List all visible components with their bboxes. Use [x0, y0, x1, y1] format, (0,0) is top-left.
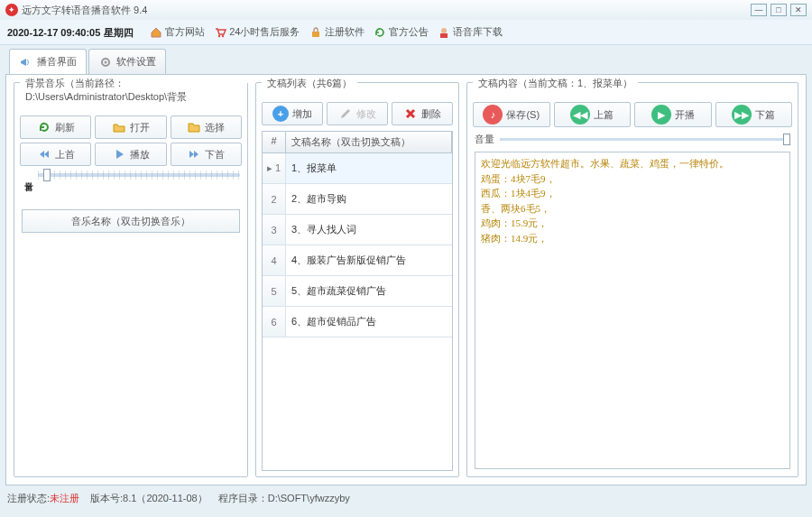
- refresh-icon: [37, 120, 51, 134]
- panel-bgm-title: 背景音乐（当前路径：D:\Users\Administrator\Desktop…: [20, 75, 247, 106]
- svg-point-0: [218, 34, 220, 36]
- row-number: 2: [263, 184, 286, 214]
- version-label: 版本号:8.1（2020-11-08）: [90, 492, 208, 505]
- folder-open-icon: [112, 120, 126, 134]
- datetime-label: 2020-12-17 09:40:05 星期四: [7, 24, 134, 40]
- refresh-button[interactable]: 刷新: [20, 115, 91, 139]
- row-docname: 2、超市导购: [286, 192, 452, 206]
- content-volume-slider[interactable]: [500, 138, 790, 141]
- bgm-volume-row: 音量: [14, 168, 247, 182]
- row-docname: 4、服装广告新版促销广告: [286, 254, 452, 267]
- col-number[interactable]: #: [263, 132, 286, 152]
- table-row[interactable]: ▸ 11、报菜单: [263, 153, 452, 184]
- prev-track-button[interactable]: 上首: [20, 143, 91, 166]
- link-official-site[interactable]: 官方网站: [150, 25, 205, 39]
- play-button[interactable]: 播放: [95, 143, 166, 166]
- row-docname: 5、超市蔬菜促销广告: [286, 284, 452, 298]
- pencil-icon: [338, 106, 353, 121]
- play-icon: ▶: [651, 105, 671, 125]
- panel-background-music: 背景音乐（当前路径：D:\Users\Administrator\Desktop…: [14, 82, 248, 477]
- doc-grid: # 文稿名称（双击切换文稿） ▸ 11、报菜单22、超市导购33、寻人找人词44…: [262, 131, 453, 471]
- row-number: ▸ 1: [263, 153, 286, 183]
- svg-point-3: [441, 28, 447, 33]
- row-docname: 3、寻人找人词: [286, 223, 452, 236]
- next-track-button[interactable]: 下首: [171, 143, 242, 166]
- content-volume-label: 音量: [475, 133, 494, 146]
- delete-icon: [403, 106, 418, 121]
- save-button[interactable]: ♪保存(S): [473, 102, 550, 127]
- svg-rect-4: [440, 33, 448, 38]
- select-button[interactable]: 选择: [171, 115, 242, 139]
- avatar-icon: [438, 26, 450, 39]
- program-path-label: 程序目录：D:\SOFT\yfwzzyby: [218, 492, 350, 505]
- start-broadcast-button[interactable]: ▶开播: [634, 102, 712, 127]
- edit-button[interactable]: 修改: [327, 102, 388, 125]
- window-title: 远方文字转语音播音软件 9.4: [22, 4, 747, 17]
- home-icon: [150, 26, 162, 39]
- tab-settings-label: 软件设置: [116, 55, 156, 69]
- row-docname: 6、超市促销品广告: [286, 315, 452, 328]
- row-number: 5: [263, 276, 286, 306]
- close-button[interactable]: ✕: [790, 4, 807, 16]
- svg-rect-2: [312, 32, 319, 37]
- doc-grid-header: # 文稿名称（双击切换文稿）: [263, 132, 452, 153]
- add-button[interactable]: +增加: [262, 102, 323, 125]
- doc-content-text[interactable]: 欢迎光临远方软件超市。水果、蔬菜、鸡蛋，一律特价。 鸡蛋：4块7毛9， 西瓜：1…: [475, 152, 790, 469]
- next-doc-button[interactable]: ▶▶下篇: [715, 102, 793, 127]
- table-row[interactable]: 44、服装广告新版促销广告: [263, 245, 452, 276]
- megaphone-icon: [19, 55, 33, 69]
- row-number: 6: [263, 307, 286, 337]
- forward-icon: ▶▶: [732, 105, 752, 125]
- table-row[interactable]: 22、超市导购: [263, 184, 452, 215]
- tab-broadcast-label: 播音界面: [37, 55, 77, 69]
- delete-button[interactable]: 删除: [392, 102, 453, 125]
- plus-icon: +: [272, 106, 289, 122]
- workarea: 背景音乐（当前路径：D:\Users\Administrator\Desktop…: [5, 74, 807, 485]
- music-note-icon: ♪: [483, 105, 503, 125]
- rewind-icon: ◀◀: [570, 105, 590, 125]
- row-number: 4: [263, 245, 286, 275]
- register-status: 注册状态:未注册: [7, 492, 79, 505]
- lock-icon: [309, 26, 322, 39]
- link-register[interactable]: 注册软件: [309, 25, 364, 39]
- panel-doclist-title: 文稿列表（共6篇）: [262, 75, 357, 92]
- gear-icon: [98, 55, 113, 69]
- minimize-button[interactable]: —: [751, 4, 767, 16]
- maximize-button[interactable]: □: [770, 4, 787, 16]
- prev-doc-button[interactable]: ◀◀上篇: [554, 102, 632, 127]
- music-name-box[interactable]: 音乐名称（双击切换音乐）: [22, 209, 240, 233]
- table-row[interactable]: 66、超市促销品广告: [263, 307, 452, 337]
- panel-content-title: 文稿内容（当前文稿：1、报菜单）: [473, 75, 638, 92]
- row-docname: 1、报菜单: [286, 162, 452, 175]
- tab-broadcast[interactable]: 播音界面: [9, 49, 87, 74]
- statusbar: 注册状态:未注册 版本号:8.1（2020-11-08） 程序目录：D:\SOF…: [0, 489, 812, 507]
- folder-icon: [187, 120, 201, 134]
- refresh-icon: [374, 26, 386, 39]
- titlebar: ✦ 远方文字转语音播音软件 9.4 — □ ✕: [0, 0, 812, 20]
- row-number: 3: [263, 215, 286, 245]
- topbar: 2020-12-17 09:40:05 星期四 官方网站 24小时售后服务 注册…: [0, 20, 812, 45]
- svg-point-6: [105, 60, 107, 63]
- col-docname[interactable]: 文稿名称（双击切换文稿）: [286, 132, 452, 152]
- content-volume-row: 音量: [467, 129, 798, 150]
- app-icon: ✦: [5, 4, 18, 16]
- prev-icon: [37, 147, 51, 162]
- svg-point-1: [222, 34, 224, 36]
- tabbar: 播音界面 软件设置: [0, 45, 812, 74]
- next-icon: [187, 147, 201, 162]
- table-row[interactable]: 55、超市蔬菜促销广告: [263, 276, 452, 307]
- table-row[interactable]: 33、寻人找人词: [263, 215, 452, 245]
- panel-doc-list: 文稿列表（共6篇） +增加 修改 删除 # 文稿名称（双击切换文稿） ▸ 11、…: [255, 82, 459, 477]
- bgm-volume-slider[interactable]: [38, 173, 240, 177]
- panel-doc-content: 文稿内容（当前文稿：1、报菜单） ♪保存(S) ◀◀上篇 ▶开播 ▶▶下篇 音量…: [466, 82, 798, 477]
- link-service[interactable]: 24小时售后服务: [214, 25, 300, 39]
- cart-icon: [214, 26, 226, 39]
- link-voice-download[interactable]: 语音库下载: [438, 25, 503, 39]
- tab-settings[interactable]: 软件设置: [88, 49, 166, 74]
- play-icon: [112, 147, 126, 162]
- link-announce[interactable]: 官方公告: [374, 25, 429, 39]
- open-button[interactable]: 打开: [95, 115, 166, 139]
